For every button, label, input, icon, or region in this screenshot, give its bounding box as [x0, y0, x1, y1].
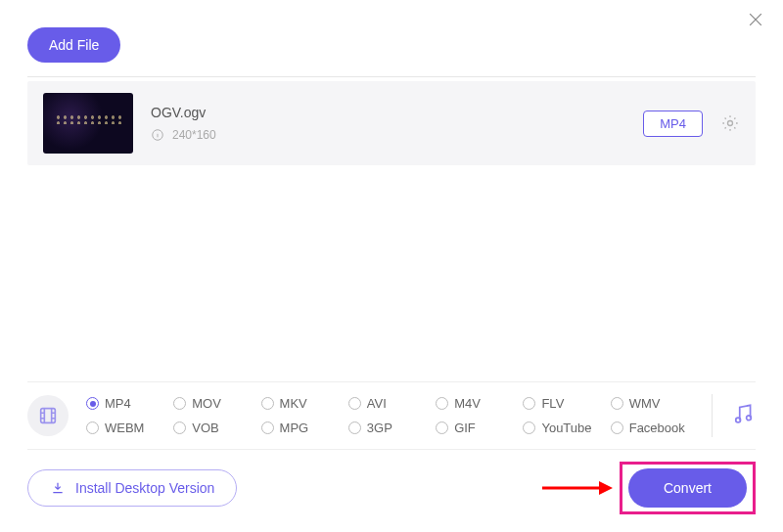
radio-dot [173, 397, 186, 410]
format-label: YouTube [541, 421, 591, 435]
format-label: 3GP [367, 421, 392, 435]
format-option-avi[interactable]: AVI [348, 396, 432, 411]
radio-dot [348, 397, 361, 410]
format-option-m4v[interactable]: M4V [436, 396, 519, 411]
svg-point-3 [736, 418, 741, 422]
radio-dot [86, 397, 99, 410]
resolution-text: 240*160 [172, 128, 216, 142]
add-file-button[interactable]: Add File [27, 27, 120, 63]
svg-point-1 [728, 121, 733, 126]
download-icon [50, 480, 66, 496]
video-thumbnail[interactable] [43, 93, 133, 154]
format-label: MKV [280, 396, 307, 411]
format-option-wmv[interactable]: WMV [611, 396, 694, 411]
header: Add File [0, 0, 783, 76]
radio-dot [611, 397, 623, 410]
radio-dot [523, 421, 535, 434]
file-row: OGV.ogv 240*160 MP4 [27, 81, 756, 165]
format-option-mkv[interactable]: MKV [261, 396, 345, 411]
format-label: M4V [454, 396, 481, 411]
format-option-vob[interactable]: VOB [173, 421, 256, 435]
convert-highlight: Convert [620, 462, 756, 514]
svg-point-4 [747, 416, 752, 421]
format-option-webm[interactable]: WEBM [86, 421, 169, 435]
info-icon [151, 128, 164, 142]
format-option-flv[interactable]: FLV [523, 396, 606, 411]
audio-category-icon[interactable] [730, 401, 756, 430]
format-label: WEBM [105, 421, 144, 435]
svg-rect-2 [41, 409, 56, 423]
format-option-mov[interactable]: MOV [173, 396, 256, 411]
radio-dot [86, 421, 99, 434]
format-panel: MP4MOVMKVAVIM4VFLVWMVWEBMVOBMPG3GPGIFYou… [27, 381, 756, 450]
file-resolution: 240*160 [151, 128, 643, 142]
format-label: FLV [541, 396, 564, 411]
file-meta: OGV.ogv 240*160 [151, 105, 643, 142]
format-panel-container: MP4MOVMKVAVIM4VFLVWMVWEBMVOBMPG3GPGIFYou… [27, 381, 756, 450]
radio-dot [261, 421, 274, 434]
format-option-mpg[interactable]: MPG [261, 421, 345, 435]
format-option-facebook[interactable]: Facebook [611, 421, 694, 435]
format-label: MP4 [105, 396, 131, 411]
format-option-3gp[interactable]: 3GP [348, 421, 432, 435]
radio-dot [261, 397, 274, 410]
format-label: WMV [629, 396, 661, 411]
convert-button[interactable]: Convert [628, 468, 747, 508]
format-option-mp4[interactable]: MP4 [86, 396, 169, 411]
format-option-youtube[interactable]: YouTube [523, 421, 606, 435]
video-category-icon[interactable] [27, 395, 69, 436]
category-divider [712, 394, 713, 437]
radio-dot [436, 421, 448, 434]
file-list: OGV.ogv 240*160 MP4 [27, 76, 756, 165]
format-label: MOV [192, 396, 221, 411]
format-label: GIF [454, 421, 476, 435]
footer: Install Desktop Version Convert [27, 462, 756, 514]
format-option-gif[interactable]: GIF [436, 421, 519, 435]
format-label: MPG [280, 421, 309, 435]
close-icon[interactable] [746, 10, 765, 29]
radio-dot [611, 421, 623, 434]
format-grid: MP4MOVMKVAVIM4VFLVWMVWEBMVOBMPG3GPGIFYou… [86, 396, 694, 435]
output-format-button[interactable]: MP4 [643, 111, 703, 137]
radio-dot [436, 397, 448, 410]
radio-dot [173, 421, 186, 434]
gear-icon[interactable] [720, 113, 740, 133]
format-label: Facebook [629, 421, 685, 435]
radio-dot [523, 397, 535, 410]
install-desktop-button[interactable]: Install Desktop Version [27, 469, 237, 507]
format-label: VOB [192, 421, 218, 435]
format-label: AVI [367, 396, 387, 411]
file-name: OGV.ogv [151, 105, 643, 120]
annotation-arrow-icon [540, 478, 617, 498]
radio-dot [348, 421, 361, 434]
install-label: Install Desktop Version [75, 480, 214, 496]
